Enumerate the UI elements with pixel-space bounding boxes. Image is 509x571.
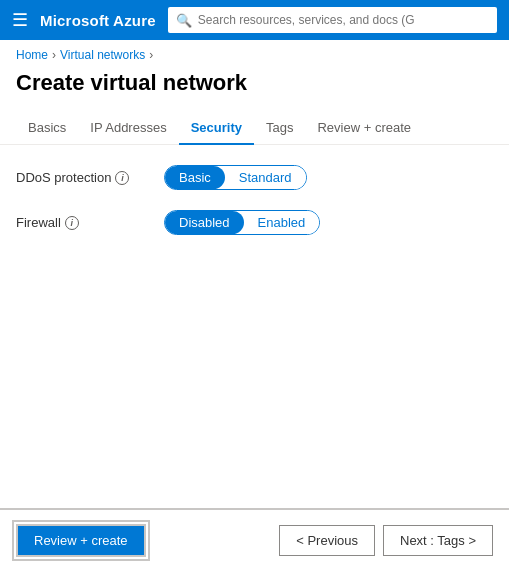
bottom-bar: Review + create < Previous Next : Tags > — [0, 508, 509, 571]
ddos-row: DDoS protection i Basic Standard — [16, 165, 493, 190]
tab-tags[interactable]: Tags — [254, 112, 305, 145]
firewall-row: Firewall i Disabled Enabled — [16, 210, 493, 235]
firewall-toggle-group: Disabled Enabled — [164, 210, 320, 235]
content-area: DDoS protection i Basic Standard Firewal… — [0, 145, 509, 275]
breadcrumb-parent[interactable]: Virtual networks — [60, 48, 145, 62]
tabs-container: Basics IP Addresses Security Tags Review… — [0, 112, 509, 145]
search-box[interactable]: 🔍 — [168, 7, 497, 33]
ddos-basic-option[interactable]: Basic — [165, 166, 225, 189]
review-create-button[interactable]: Review + create — [16, 524, 146, 557]
tab-ip-addresses[interactable]: IP Addresses — [78, 112, 178, 145]
ddos-label: DDoS protection i — [16, 170, 156, 185]
hamburger-icon[interactable]: ☰ — [12, 9, 28, 31]
breadcrumb-sep-1: › — [52, 48, 56, 62]
firewall-label: Firewall i — [16, 215, 156, 230]
previous-button[interactable]: < Previous — [279, 525, 375, 556]
firewall-disabled-option[interactable]: Disabled — [165, 211, 244, 234]
topbar: ☰ Microsoft Azure 🔍 — [0, 0, 509, 40]
firewall-info-icon[interactable]: i — [65, 216, 79, 230]
tab-security[interactable]: Security — [179, 112, 254, 145]
ddos-standard-option[interactable]: Standard — [225, 166, 306, 189]
tab-review-create[interactable]: Review + create — [305, 112, 423, 145]
breadcrumb-sep-2: › — [149, 48, 153, 62]
brand-logo: Microsoft Azure — [40, 12, 156, 29]
ddos-toggle-group: Basic Standard — [164, 165, 307, 190]
tab-basics[interactable]: Basics — [16, 112, 78, 145]
breadcrumb-home[interactable]: Home — [16, 48, 48, 62]
search-icon: 🔍 — [176, 13, 192, 28]
search-input[interactable] — [198, 13, 489, 27]
page-title: Create virtual network — [0, 66, 509, 112]
breadcrumb: Home › Virtual networks › — [0, 40, 509, 66]
next-button[interactable]: Next : Tags > — [383, 525, 493, 556]
firewall-enabled-option[interactable]: Enabled — [244, 211, 320, 234]
ddos-info-icon[interactable]: i — [115, 171, 129, 185]
